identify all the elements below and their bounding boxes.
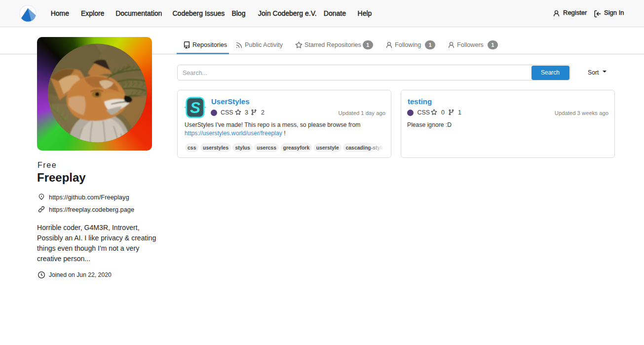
svg-text:S: S <box>190 99 200 116</box>
